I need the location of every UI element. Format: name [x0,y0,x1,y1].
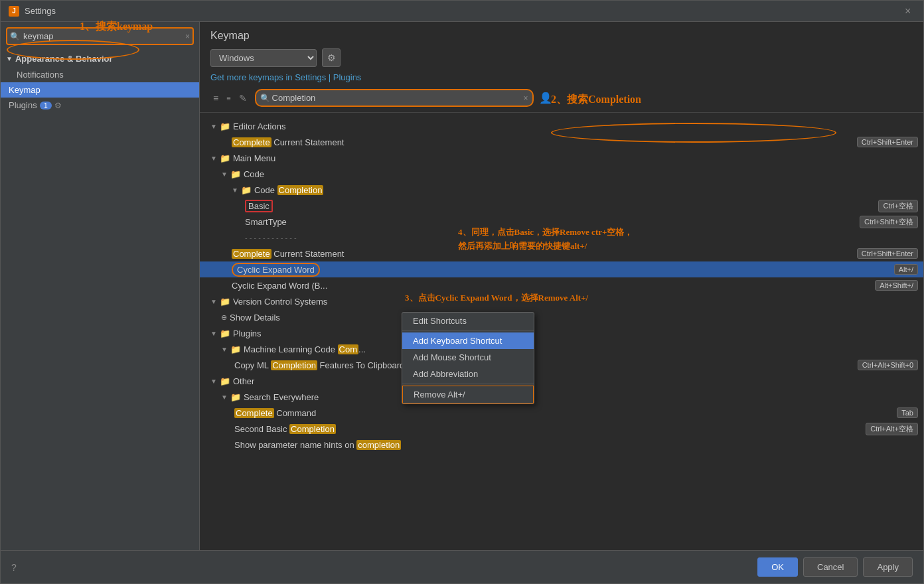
scheme-gear-button[interactable]: ⚙ [322,48,341,67]
context-menu: Edit Shortcuts Add Keyboard Shortcut Add… [402,312,534,404]
folder-icon: 📁 [220,376,230,386]
row-label: Cyclic Expand Word [232,265,894,275]
collapse-all-icon[interactable]: ≡ [210,92,221,105]
cyclic-expand-word-label: Cyclic Expand Word [232,263,320,277]
row-label: Copy ML Completion Features To Clipboard [234,360,858,370]
tree-row[interactable]: ⊕ Show Details [200,309,923,325]
highlight: Completion [277,185,324,195]
context-menu-item-add-abbreviation[interactable]: Add Abbreviation [402,366,534,382]
sidebar-item-plugins[interactable]: Plugins 1 ⚙ [1,98,199,113]
folder-icon: 📁 [220,328,230,338]
sidebar: 🔍 × ▼ Appearance & Behavior Notification… [1,22,200,550]
row-label: Basic [245,201,878,211]
row-label: Second Basic Completion [234,424,866,434]
row-label: Other [233,376,918,386]
arrow-icon: ▼ [232,186,238,194]
tree-row[interactable]: ▼ 📁 Other [200,373,923,389]
basic-label: Basic [245,200,273,212]
shortcut-badge: Ctrl+Shift+Enter [857,248,918,259]
tree-row[interactable]: Cyclic Expand Word (B... Alt+Shift+/ [200,277,923,293]
arrow-icon: ▼ [210,330,217,337]
arrow-icon: ▼ [210,123,217,130]
row-label: Editor Actions [233,121,918,131]
folder-icon: 📁 [220,153,230,163]
content-area: 🔍 × ▼ Appearance & Behavior Notification… [1,22,923,550]
shortcut-badge: Ctrl+Shift+Enter [857,137,918,147]
help-button[interactable]: ? [11,562,17,573]
shortcut-badge: Ctrl+空格 [878,200,918,212]
edit-icon[interactable]: ✎ [236,92,250,105]
plugins-settings-icon[interactable]: ⚙ [54,101,62,110]
highlight: Complete [232,249,271,259]
context-menu-separator [402,330,534,331]
main-panel: Keymap Windows Mac OS X Default ⚙ Get mo… [200,22,923,550]
tree-row[interactable]: ▼ 📁 Plugins [200,325,923,341]
folder-icon: 📁 [241,185,252,195]
ok-button[interactable]: OK [757,557,798,577]
title-bar-left: J Settings [9,6,56,17]
sidebar-item-appearance[interactable]: ▼ Appearance & Behavior [1,50,199,67]
window-title: Settings [25,6,56,16]
folder-icon: 📁 [230,392,241,402]
tree-row[interactable]: ▼ 📁 Version Control Systems [200,293,923,309]
tree-row[interactable]: Complete Current Statement Ctrl+Shift+En… [200,134,923,150]
tree-row[interactable]: ▼ 📁 Code Completion [200,182,923,198]
scheme-select[interactable]: Windows Mac OS X Default [210,49,317,67]
toolbar-icons: ≡ ≡ ✎ [210,92,250,105]
row-label: Code Completion [254,185,918,195]
tree-row[interactable]: SmartType Ctrl+Shift+空格 [200,214,923,230]
separator-label: - - - - - - - - - - - - [245,234,297,242]
shortcut-badge: Ctrl+Shift+空格 [860,216,918,228]
sidebar-item-keymap[interactable]: Keymap [1,82,199,98]
row-label: Machine Learning Code Com... [244,344,918,354]
tree-row[interactable]: ▼ 📁 Editor Actions [200,118,923,134]
person-icon[interactable]: 👤 [539,92,552,104]
keymap-search-clear[interactable]: × [524,94,528,103]
keymap-toolbar: Windows Mac OS X Default ⚙ [210,48,913,67]
sidebar-search-box: 🔍 × [6,27,194,45]
footer: ? OK Cancel Apply [1,550,923,583]
tree-row-cyclic-expand[interactable]: Cyclic Expand Word Alt+/ [200,261,923,277]
tree-row[interactable]: ▼ 📁 Main Menu [200,150,923,166]
tree-row[interactable]: Complete Command Tab [200,405,923,421]
tree-row[interactable]: Second Basic Completion Ctrl+Alt+空格 [200,421,923,437]
sidebar-item-label: Plugins [9,100,37,110]
tree-container[interactable]: ▼ 📁 Editor Actions Complete Current Stat… [200,113,923,550]
keymap-search-row: ≡ ≡ ✎ 🔍 × 👤 [210,89,913,107]
tree-row[interactable]: Complete Current Statement Ctrl+Shift+En… [200,246,923,261]
expand-all-icon[interactable]: ≡ [224,93,233,104]
tree-row[interactable]: Copy ML Completion Features To Clipboard… [200,357,923,373]
highlight: Completion [289,424,336,434]
sidebar-item-notifications[interactable]: Notifications [1,67,199,82]
apply-button[interactable]: Apply [863,557,913,577]
folder-icon: 📁 [220,297,230,307]
keymaps-link[interactable]: Get more keymaps in Settings | Plugins [210,72,361,82]
sidebar-search-input[interactable] [6,27,194,45]
cancel-button[interactable]: Cancel [803,557,858,577]
row-label: Main Menu [233,153,918,163]
sidebar-item-label: Keymap [9,85,40,95]
tree-row[interactable]: ▼ 📁 Search Everywhere [200,389,923,405]
shortcut-badge: Ctrl+Alt+空格 [866,423,918,435]
tree-row[interactable]: Show parameter name hints on completion [200,437,923,453]
shortcut-badge: Alt+/ [894,264,918,275]
context-menu-item-add-keyboard[interactable]: Add Keyboard Shortcut [402,332,534,349]
close-button[interactable]: × [905,6,915,17]
tree-row[interactable]: ▼ 📁 Machine Learning Code Com... [200,341,923,357]
tree-row[interactable]: ▼ 📁 Code [200,166,923,182]
keymap-search-input[interactable] [255,89,534,107]
folder-icon: 📁 [230,344,241,354]
tree-row[interactable]: Basic Ctrl+空格 [200,198,923,214]
arrow-icon: ▼ [210,155,217,162]
sidebar-search-clear[interactable]: × [185,32,190,41]
row-label: Version Control Systems [233,297,918,307]
folder-icon: 📁 [230,169,241,179]
arrow-icon: ▼ [210,378,217,385]
context-menu-separator [402,384,534,384]
context-menu-item-remove-alt[interactable]: Remove Alt+/ [402,386,534,403]
keymap-header: Keymap Windows Mac OS X Default ⚙ Get mo… [200,22,923,113]
context-menu-item-edit-shortcuts[interactable]: Edit Shortcuts [402,313,534,329]
sidebar-search-icon: 🔍 [10,32,20,41]
context-menu-item-add-mouse[interactable]: Add Mouse Shortcut [402,349,534,366]
shortcut-badge: Tab [897,407,918,418]
